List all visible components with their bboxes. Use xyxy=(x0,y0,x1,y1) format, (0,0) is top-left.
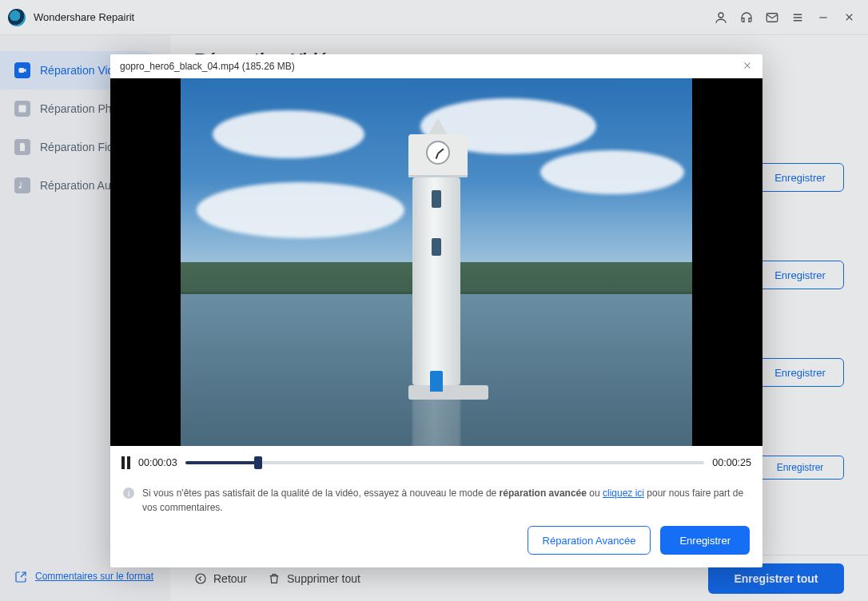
modal-close-icon[interactable] xyxy=(742,60,753,74)
video-controls: 00:00:03 00:00:25 xyxy=(110,446,762,480)
modal-save-button[interactable]: Enregistrer xyxy=(660,526,750,555)
quality-message: i Si vous n'êtes pas satisfait de la qua… xyxy=(110,480,762,518)
time-elapsed: 00:00:03 xyxy=(138,457,177,468)
pause-button[interactable] xyxy=(121,456,130,469)
seek-bar[interactable] xyxy=(185,461,705,464)
info-icon: i xyxy=(123,488,134,499)
video-preview xyxy=(110,78,762,446)
modal-filename: gopro_hero6_black_04.mp4 (185.26 MB) xyxy=(120,61,295,72)
preview-modal: gopro_hero6_black_04.mp4 (185.26 MB) xyxy=(110,54,762,567)
advanced-repair-button[interactable]: Réparation Avancée xyxy=(528,526,651,555)
time-duration: 00:00:25 xyxy=(712,457,751,468)
feedback-link[interactable]: cliquez ici xyxy=(603,488,644,499)
